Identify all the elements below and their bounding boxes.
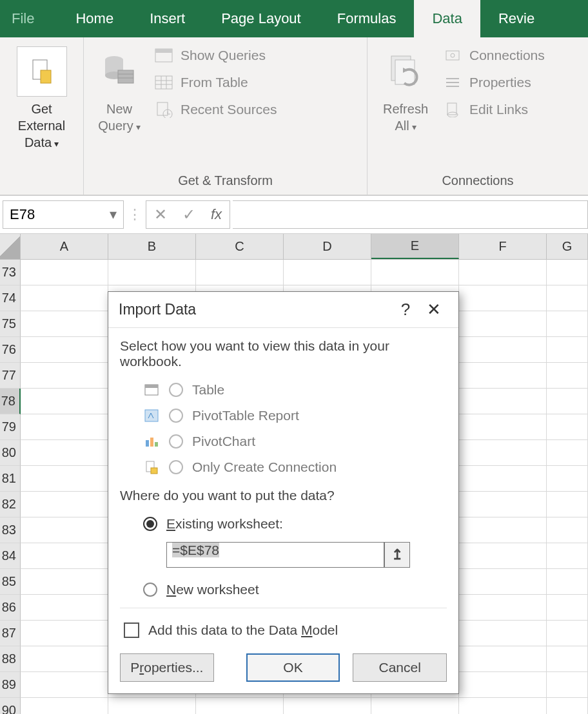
- cell[interactable]: [459, 260, 547, 285]
- row-header[interactable]: 86: [0, 595, 21, 621]
- cell[interactable]: [547, 543, 588, 569]
- edit-links-button[interactable]: Edit Links: [442, 101, 545, 119]
- connections-button[interactable]: Connections: [442, 46, 545, 64]
- cell[interactable]: [108, 698, 196, 714]
- row-header[interactable]: 75: [0, 311, 21, 337]
- cell[interactable]: [459, 517, 547, 543]
- fx-label[interactable]: fx: [211, 206, 222, 223]
- row-header[interactable]: 73: [0, 260, 21, 285]
- cell-reference-input[interactable]: =$E$78: [166, 542, 384, 568]
- row-header[interactable]: 80: [0, 440, 21, 466]
- cell[interactable]: [547, 621, 588, 646]
- cell[interactable]: [459, 389, 547, 414]
- cell[interactable]: [459, 672, 547, 698]
- cell[interactable]: [21, 646, 108, 672]
- cell[interactable]: [459, 311, 547, 337]
- row-header[interactable]: 78: [0, 389, 21, 414]
- cell[interactable]: [459, 414, 547, 440]
- cell[interactable]: [459, 595, 547, 621]
- recent-sources-button[interactable]: Recent Sources: [153, 101, 277, 119]
- cell[interactable]: [21, 595, 108, 621]
- cell[interactable]: [459, 440, 547, 466]
- cell[interactable]: [196, 698, 284, 714]
- cell[interactable]: [21, 698, 108, 714]
- cell[interactable]: [547, 285, 588, 311]
- tab-page-layout[interactable]: Page Layout: [203, 0, 319, 37]
- cell[interactable]: [547, 260, 588, 285]
- cell[interactable]: [108, 260, 196, 285]
- cell[interactable]: [21, 492, 108, 517]
- cell[interactable]: [21, 517, 108, 543]
- cell[interactable]: [21, 621, 108, 646]
- col-header[interactable]: C: [196, 234, 284, 259]
- row-header[interactable]: 84: [0, 543, 21, 569]
- cell[interactable]: [21, 569, 108, 595]
- col-header[interactable]: F: [459, 234, 547, 259]
- cell[interactable]: [459, 492, 547, 517]
- tab-home[interactable]: Home: [57, 0, 132, 37]
- cell[interactable]: [547, 466, 588, 492]
- col-header[interactable]: D: [284, 234, 371, 259]
- row-header[interactable]: 81: [0, 466, 21, 492]
- col-header[interactable]: G: [547, 234, 588, 259]
- cell[interactable]: [459, 569, 547, 595]
- cell[interactable]: [547, 337, 588, 363]
- row-header[interactable]: 77: [0, 363, 21, 389]
- name-box[interactable]: E78 ▾: [3, 200, 124, 229]
- range-picker-button[interactable]: ↥: [384, 542, 410, 568]
- accept-formula-icon[interactable]: ✓: [182, 206, 195, 224]
- cell[interactable]: [459, 646, 547, 672]
- properties-button[interactable]: Properties...: [120, 653, 214, 682]
- cell[interactable]: [459, 466, 547, 492]
- cell[interactable]: [459, 285, 547, 311]
- cell[interactable]: [547, 492, 588, 517]
- row-header[interactable]: 89: [0, 672, 21, 698]
- cell[interactable]: [21, 260, 108, 285]
- col-header[interactable]: B: [108, 234, 196, 259]
- cell[interactable]: [459, 621, 547, 646]
- cancel-formula-icon[interactable]: ✕: [154, 206, 167, 224]
- cell[interactable]: [21, 389, 108, 414]
- cell[interactable]: [284, 260, 371, 285]
- cell[interactable]: [196, 260, 284, 285]
- tab-data[interactable]: Data: [414, 0, 480, 37]
- row-header[interactable]: 82: [0, 492, 21, 517]
- dialog-titlebar[interactable]: Import Data ? ✕: [108, 292, 458, 328]
- row-header[interactable]: 83: [0, 517, 21, 543]
- ok-button[interactable]: OK: [246, 653, 340, 682]
- tab-formulas[interactable]: Formulas: [319, 0, 415, 37]
- cell[interactable]: [547, 517, 588, 543]
- row-header[interactable]: 87: [0, 621, 21, 646]
- cell[interactable]: [547, 595, 588, 621]
- cell[interactable]: [459, 543, 547, 569]
- from-table-button[interactable]: From Table: [153, 73, 277, 92]
- get-external-data-button[interactable]: Get ExternalData▾: [8, 43, 75, 155]
- cancel-button[interactable]: Cancel: [353, 653, 447, 682]
- formula-input[interactable]: [233, 200, 588, 229]
- col-header[interactable]: E: [371, 234, 459, 259]
- cell[interactable]: [284, 698, 371, 714]
- checkbox-add-to-model[interactable]: [124, 622, 139, 638]
- cell[interactable]: [547, 569, 588, 595]
- cell[interactable]: [459, 337, 547, 363]
- cell[interactable]: [371, 698, 459, 714]
- tab-file[interactable]: File: [0, 0, 57, 37]
- cell[interactable]: [21, 672, 108, 698]
- option-existing-worksheet[interactable]: Existing worksheet:: [120, 511, 447, 537]
- option-new-worksheet[interactable]: New worksheet: [120, 577, 447, 603]
- cell[interactable]: [21, 337, 108, 363]
- cell[interactable]: [547, 672, 588, 698]
- row-header[interactable]: 76: [0, 337, 21, 363]
- cell[interactable]: [21, 285, 108, 311]
- cell[interactable]: [547, 414, 588, 440]
- show-queries-button[interactable]: Show Queries: [153, 46, 277, 64]
- radio-existing-worksheet[interactable]: [143, 517, 157, 531]
- new-query-button[interactable]: NewQuery▾: [92, 43, 147, 138]
- close-icon[interactable]: ✕: [420, 300, 448, 320]
- cell[interactable]: [547, 698, 588, 714]
- cell[interactable]: [459, 698, 547, 714]
- cell[interactable]: [21, 311, 108, 337]
- cell[interactable]: [547, 440, 588, 466]
- cell[interactable]: [21, 363, 108, 389]
- row-header[interactable]: 79: [0, 414, 21, 440]
